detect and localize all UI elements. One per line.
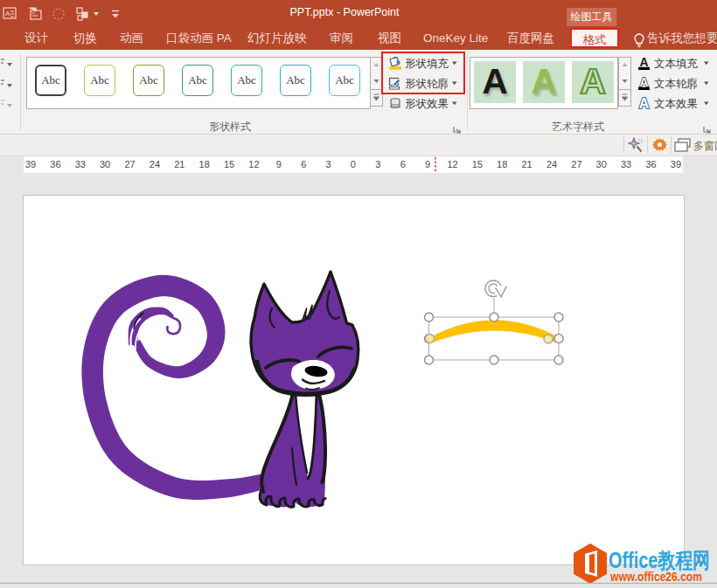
svg-text:A: A <box>639 96 650 110</box>
svg-text:A: A <box>639 76 648 89</box>
svg-text:www.office26.com: www.office26.com <box>609 570 702 584</box>
svg-text:A: A <box>639 56 648 69</box>
